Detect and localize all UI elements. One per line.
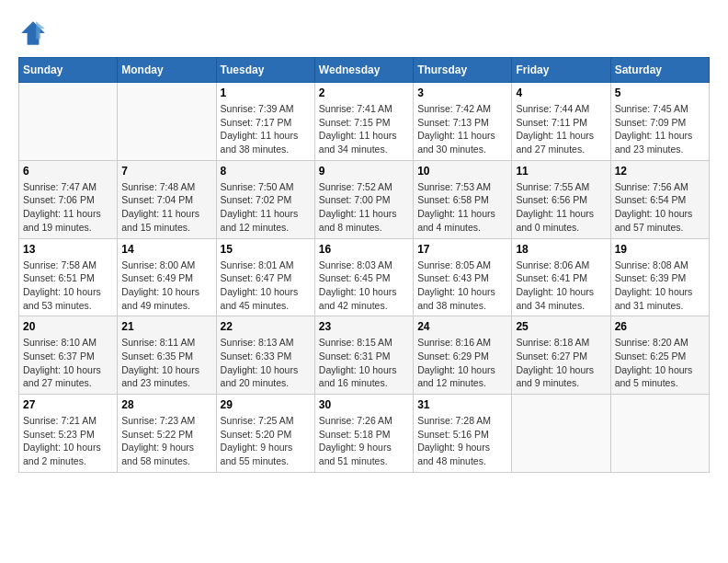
- calendar-week-row: 13Sunrise: 7:58 AMSunset: 6:51 PMDayligh…: [19, 238, 710, 316]
- weekday-header: Tuesday: [216, 58, 314, 83]
- calendar-cell: 9Sunrise: 7:52 AMSunset: 7:00 PMDaylight…: [314, 160, 413, 238]
- calendar-week-row: 27Sunrise: 7:21 AMSunset: 5:23 PMDayligh…: [19, 395, 710, 473]
- day-number: 28: [121, 398, 211, 411]
- day-info: Sunrise: 7:47 AMSunset: 7:06 PMDaylight:…: [23, 180, 113, 235]
- calendar-cell: 2Sunrise: 7:41 AMSunset: 7:15 PMDaylight…: [314, 83, 413, 161]
- calendar-cell: [610, 395, 709, 473]
- calendar-cell: 27Sunrise: 7:21 AMSunset: 5:23 PMDayligh…: [19, 395, 118, 473]
- calendar-cell: 26Sunrise: 8:20 AMSunset: 6:25 PMDayligh…: [610, 316, 709, 395]
- day-number: 5: [615, 86, 705, 99]
- day-info: Sunrise: 7:53 AMSunset: 6:58 PMDaylight:…: [417, 180, 507, 235]
- calendar-cell: 29Sunrise: 7:25 AMSunset: 5:20 PMDayligh…: [216, 395, 314, 473]
- calendar-cell: 1Sunrise: 7:39 AMSunset: 7:17 PMDaylight…: [216, 83, 314, 161]
- day-number: 29: [221, 398, 311, 411]
- calendar-cell: 5Sunrise: 7:45 AMSunset: 7:09 PMDaylight…: [610, 83, 709, 161]
- day-number: 16: [319, 243, 409, 256]
- calendar-cell: [512, 395, 610, 473]
- calendar-cell: 24Sunrise: 8:16 AMSunset: 6:29 PMDayligh…: [414, 316, 512, 395]
- svg-marker-1: [36, 21, 45, 39]
- day-info: Sunrise: 8:08 AMSunset: 6:39 PMDaylight:…: [615, 259, 705, 313]
- calendar-cell: 17Sunrise: 8:05 AMSunset: 6:43 PMDayligh…: [414, 238, 512, 316]
- calendar-cell: 13Sunrise: 7:58 AMSunset: 6:51 PMDayligh…: [19, 238, 118, 316]
- calendar-cell: 11Sunrise: 7:55 AMSunset: 6:56 PMDayligh…: [512, 160, 610, 238]
- calendar-cell: [19, 83, 118, 161]
- day-info: Sunrise: 8:13 AMSunset: 6:33 PMDaylight:…: [221, 336, 311, 390]
- day-info: Sunrise: 7:28 AMSunset: 5:16 PMDaylight:…: [417, 414, 507, 468]
- calendar: SundayMondayTuesdayWednesdayThursdayFrid…: [18, 57, 710, 473]
- day-info: Sunrise: 8:03 AMSunset: 6:45 PMDaylight:…: [319, 259, 409, 313]
- day-info: Sunrise: 7:21 AMSunset: 5:23 PMDaylight:…: [23, 414, 113, 468]
- day-number: 2: [319, 86, 409, 99]
- day-info: Sunrise: 7:52 AMSunset: 7:00 PMDaylight:…: [319, 180, 409, 235]
- day-number: 25: [516, 320, 606, 333]
- day-info: Sunrise: 8:20 AMSunset: 6:25 PMDaylight:…: [615, 336, 705, 390]
- calendar-header: SundayMondayTuesdayWednesdayThursdayFrid…: [19, 58, 710, 83]
- day-number: 18: [516, 243, 606, 256]
- calendar-cell: 23Sunrise: 8:15 AMSunset: 6:31 PMDayligh…: [314, 316, 413, 395]
- day-number: 3: [417, 86, 507, 99]
- calendar-cell: 20Sunrise: 8:10 AMSunset: 6:37 PMDayligh…: [19, 316, 118, 395]
- calendar-cell: 25Sunrise: 8:18 AMSunset: 6:27 PMDayligh…: [512, 316, 610, 395]
- calendar-cell: 22Sunrise: 8:13 AMSunset: 6:33 PMDayligh…: [216, 316, 314, 395]
- calendar-cell: 31Sunrise: 7:28 AMSunset: 5:16 PMDayligh…: [414, 395, 512, 473]
- calendar-cell: 14Sunrise: 8:00 AMSunset: 6:49 PMDayligh…: [118, 238, 216, 316]
- calendar-cell: 30Sunrise: 7:26 AMSunset: 5:18 PMDayligh…: [314, 395, 413, 473]
- calendar-week-row: 1Sunrise: 7:39 AMSunset: 7:17 PMDaylight…: [19, 83, 710, 161]
- calendar-cell: 10Sunrise: 7:53 AMSunset: 6:58 PMDayligh…: [414, 160, 512, 238]
- calendar-cell: 19Sunrise: 8:08 AMSunset: 6:39 PMDayligh…: [610, 238, 709, 316]
- day-info: Sunrise: 7:25 AMSunset: 5:20 PMDaylight:…: [221, 414, 311, 468]
- day-info: Sunrise: 8:00 AMSunset: 6:49 PMDaylight:…: [121, 259, 211, 313]
- day-number: 8: [221, 165, 311, 178]
- day-number: 21: [121, 320, 211, 333]
- day-number: 31: [417, 398, 507, 411]
- calendar-cell: 28Sunrise: 7:23 AMSunset: 5:22 PMDayligh…: [118, 395, 216, 473]
- day-number: 30: [319, 398, 409, 411]
- day-number: 22: [221, 320, 311, 333]
- logo: [18, 18, 51, 48]
- day-info: Sunrise: 7:58 AMSunset: 6:51 PMDaylight:…: [23, 259, 113, 313]
- weekday-header: Sunday: [19, 58, 118, 83]
- day-number: 7: [121, 165, 211, 178]
- page-header: [18, 18, 710, 48]
- calendar-body: 1Sunrise: 7:39 AMSunset: 7:17 PMDaylight…: [19, 83, 710, 473]
- day-info: Sunrise: 8:11 AMSunset: 6:35 PMDaylight:…: [121, 336, 211, 390]
- day-info: Sunrise: 7:23 AMSunset: 5:22 PMDaylight:…: [121, 414, 211, 468]
- day-number: 17: [417, 243, 507, 256]
- day-info: Sunrise: 7:48 AMSunset: 7:04 PMDaylight:…: [121, 180, 211, 235]
- day-info: Sunrise: 7:41 AMSunset: 7:15 PMDaylight:…: [319, 102, 409, 156]
- weekday-header: Friday: [512, 58, 610, 83]
- day-number: 26: [615, 320, 705, 333]
- day-number: 24: [417, 320, 507, 333]
- day-number: 13: [23, 243, 113, 256]
- calendar-cell: 8Sunrise: 7:50 AMSunset: 7:02 PMDaylight…: [216, 160, 314, 238]
- day-number: 15: [221, 243, 311, 256]
- day-info: Sunrise: 7:42 AMSunset: 7:13 PMDaylight:…: [417, 102, 507, 156]
- calendar-cell: 21Sunrise: 8:11 AMSunset: 6:35 PMDayligh…: [118, 316, 216, 395]
- weekday-header: Wednesday: [314, 58, 413, 83]
- day-info: Sunrise: 8:06 AMSunset: 6:41 PMDaylight:…: [516, 259, 606, 313]
- day-number: 14: [121, 243, 211, 256]
- calendar-cell: 3Sunrise: 7:42 AMSunset: 7:13 PMDaylight…: [414, 83, 512, 161]
- day-info: Sunrise: 7:45 AMSunset: 7:09 PMDaylight:…: [615, 102, 705, 156]
- day-number: 9: [319, 165, 409, 178]
- day-info: Sunrise: 8:15 AMSunset: 6:31 PMDaylight:…: [319, 336, 409, 390]
- day-info: Sunrise: 8:16 AMSunset: 6:29 PMDaylight:…: [417, 336, 507, 390]
- calendar-cell: 4Sunrise: 7:44 AMSunset: 7:11 PMDaylight…: [512, 83, 610, 161]
- weekday-header: Thursday: [414, 58, 512, 83]
- day-info: Sunrise: 8:01 AMSunset: 6:47 PMDaylight:…: [221, 259, 311, 313]
- calendar-week-row: 20Sunrise: 8:10 AMSunset: 6:37 PMDayligh…: [19, 316, 710, 395]
- calendar-cell: 6Sunrise: 7:47 AMSunset: 7:06 PMDaylight…: [19, 160, 118, 238]
- weekday-row: SundayMondayTuesdayWednesdayThursdayFrid…: [19, 58, 710, 83]
- day-info: Sunrise: 8:05 AMSunset: 6:43 PMDaylight:…: [417, 259, 507, 313]
- calendar-cell: 15Sunrise: 8:01 AMSunset: 6:47 PMDayligh…: [216, 238, 314, 316]
- day-number: 20: [23, 320, 113, 333]
- day-info: Sunrise: 7:39 AMSunset: 7:17 PMDaylight:…: [221, 102, 311, 156]
- calendar-cell: [118, 83, 216, 161]
- day-info: Sunrise: 7:55 AMSunset: 6:56 PMDaylight:…: [516, 180, 606, 235]
- day-number: 1: [221, 86, 311, 99]
- day-number: 10: [417, 165, 507, 178]
- day-number: 12: [615, 165, 705, 178]
- weekday-header: Monday: [118, 58, 216, 83]
- day-number: 4: [516, 86, 606, 99]
- svg-marker-0: [21, 21, 45, 45]
